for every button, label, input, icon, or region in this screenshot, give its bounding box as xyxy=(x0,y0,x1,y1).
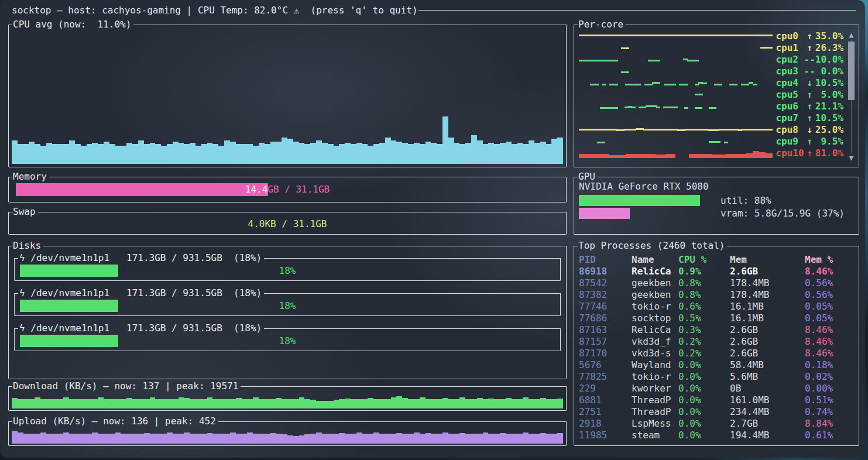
memory-title: Memory xyxy=(12,171,49,182)
process-row: 6881ThreadP0.0%161.0MB0.51% xyxy=(574,394,859,406)
col-header-mem: Mem xyxy=(730,254,805,266)
gpu-vram-label: vram: 5.8G/15.9G (37%) xyxy=(721,208,845,219)
col-header-cpu: CPU % xyxy=(678,254,730,266)
col-header-memp: Mem % xyxy=(805,254,859,266)
swap-title: Swap xyxy=(12,207,38,217)
per-core-scrollbar[interactable]: ▲ ▼ xyxy=(848,32,855,162)
core-label: cpu10↑81.0% xyxy=(776,147,843,159)
core-sparkline xyxy=(579,56,772,64)
swap-gauge: 4.0KB / 31.1GB xyxy=(16,218,559,230)
process-row: 86918RelicCa0.9%2.6GB8.46% xyxy=(574,266,859,277)
gpu-util-fill xyxy=(579,195,700,206)
core-sparkline xyxy=(579,79,772,88)
per-core-row: cpu2--10.0% xyxy=(574,54,859,66)
core-label: cpu5↑5.0% xyxy=(776,89,843,101)
process-row: 87382geekben0.8%178.4MB0.56% xyxy=(574,289,859,301)
cpu-avg-panel: CPU avg (now: 11.0%) xyxy=(8,20,567,167)
swap-panel: Swap 4.0KB / 31.1GB xyxy=(8,207,567,235)
cpu-avg-title: CPU avg (now: 11.0%) xyxy=(12,19,133,30)
process-row: 2918LspMess0.0%2.7GB8.84% xyxy=(574,418,859,430)
memory-panel: Memory 14.4GB / 31.1GB 14.4GB / 31.1GB xyxy=(8,172,567,202)
per-core-row: cpu5↑5.0% xyxy=(574,89,859,101)
core-label: cpu3--0.0% xyxy=(776,66,843,77)
disk-title: ϟ /dev/nvme1n1p1 171.3GB / 931.5GB (18%) xyxy=(18,253,264,263)
per-core-row: cpu10↑81.0% xyxy=(574,147,859,159)
processes-panel: Top Processes (2460 total) PID Name CPU … xyxy=(574,241,859,446)
core-sparkline xyxy=(579,102,772,111)
core-label: cpu7↑10.5% xyxy=(776,112,843,124)
gpu-util-gauge xyxy=(579,195,716,206)
core-label: cpu8↓25.0% xyxy=(776,124,843,136)
core-label: cpu6↑21.1% xyxy=(776,101,843,112)
gpu-vram-fill xyxy=(579,208,630,219)
core-label: cpu0↑35.0% xyxy=(776,30,843,42)
process-row: 2751ThreadP0.0%234.4MB0.74% xyxy=(574,406,859,418)
cpu-avg-sparkline xyxy=(12,33,563,164)
process-row: 77746tokio-r0.6%16.1MB0.05% xyxy=(574,301,859,313)
upload-title: Upload (KB/s) — now: 136 | peak: 452 xyxy=(12,416,218,427)
per-core-row: cpu0↑35.0% xyxy=(574,30,859,42)
upload-panel: Upload (KB/s) — now: 136 | peak: 452 xyxy=(8,417,567,446)
disk-list: ϟ /dev/nvme1n1p1 171.3GB / 931.5GB (18%)… xyxy=(8,241,567,379)
core-label: cpu1↑26.3% xyxy=(776,42,843,54)
process-row: 87542geekben0.8%178.4MB0.56% xyxy=(574,277,859,289)
disk-subpanel: ϟ /dev/nvme1n1p1 171.3GB / 931.5GB (18%)… xyxy=(14,324,561,351)
process-table-body: 86918RelicCa0.9%2.6GB8.46%87542geekben0.… xyxy=(574,266,859,441)
core-sparkline xyxy=(579,91,772,99)
core-sparkline xyxy=(579,138,772,146)
scrollbar-thumb[interactable] xyxy=(848,42,855,100)
core-sparkline xyxy=(579,32,772,41)
col-header-pid: PID xyxy=(579,254,632,266)
swap-gauge-label: 4.0KB / 31.1GB xyxy=(16,218,559,230)
disk-title: ϟ /dev/nvme1n1p1 171.3GB / 931.5GB (18%) xyxy=(18,288,264,298)
process-row: 229kworker0.0%0B0.00% xyxy=(574,383,859,394)
per-core-row: cpu3--0.0% xyxy=(574,66,859,77)
process-row: 87170vkd3d-s0.2%2.6GB8.46% xyxy=(574,348,859,359)
gpu-panel: GPU NVIDIA GeForce RTX 5080 util: 88% vr… xyxy=(574,172,859,235)
titlebar-rule xyxy=(418,10,856,11)
process-row: 87157vkd3d_f0.2%2.6GB8.46% xyxy=(574,336,859,348)
disk-gauge-label: 18% xyxy=(20,265,555,277)
core-label: cpu2--10.0% xyxy=(776,54,843,66)
scroll-down-icon[interactable]: ▼ xyxy=(848,155,855,162)
process-row: 5676Wayland0.0%58.4MB0.18% xyxy=(574,359,859,371)
disks-panel: Disks ϟ /dev/nvme1n1p1 171.3GB / 931.5GB… xyxy=(8,241,567,379)
per-core-row: cpu4↓10.5% xyxy=(574,77,859,89)
process-table-header: PID Name CPU % Mem Mem % xyxy=(574,254,859,266)
per-core-list: cpu0↑35.0%cpu1↑26.3%cpu2--10.0%cpu3--0.0… xyxy=(574,30,859,159)
disk-title: ϟ /dev/nvme1n1p1 171.3GB / 931.5GB (18%) xyxy=(18,323,264,334)
per-core-row: cpu9↑9.5% xyxy=(574,136,859,147)
disk-subpanel: ϟ /dev/nvme1n1p1 171.3GB / 931.5GB (18%)… xyxy=(14,289,561,316)
core-sparkline xyxy=(579,67,772,76)
memory-gauge: 14.4GB / 31.1GB 14.4GB / 31.1GB xyxy=(16,183,559,196)
disk-subpanel: ϟ /dev/nvme1n1p1 171.3GB / 931.5GB (18%)… xyxy=(14,253,561,281)
process-row: 77686socktop0.5%16.1MB0.05% xyxy=(574,313,859,324)
process-row: 77825tokio-r0.0%5.6MB0.02% xyxy=(574,371,859,383)
per-core-row: cpu7↑10.5% xyxy=(574,112,859,124)
gpu-util-label: util: 88% xyxy=(721,195,771,206)
app-titlebar: socktop — host: cachyos-gaming | CPU Tem… xyxy=(12,4,856,16)
download-sparkline xyxy=(12,391,563,408)
disk-gauge: 18% xyxy=(20,335,555,347)
disk-gauge: 18% xyxy=(20,300,555,312)
core-sparkline xyxy=(579,114,772,123)
core-label: cpu9↑9.5% xyxy=(776,136,843,147)
download-title: Download (KB/s) — now: 137 | peak: 19571 xyxy=(12,381,241,392)
disk-gauge-label: 18% xyxy=(20,300,555,312)
per-core-row: cpu6↑21.1% xyxy=(574,101,859,112)
download-panel: Download (KB/s) — now: 137 | peak: 19571 xyxy=(8,382,567,411)
terminal-window: socktop — host: cachyos-gaming | CPU Tem… xyxy=(0,0,865,458)
core-sparkline xyxy=(579,149,772,158)
core-sparkline xyxy=(579,126,772,135)
per-core-row: cpu1↑26.3% xyxy=(574,42,859,54)
per-core-title: Per-core xyxy=(578,19,626,30)
process-row: 11985steam0.0%194.4MB0.61% xyxy=(574,430,859,441)
disk-gauge-label: 18% xyxy=(20,335,555,347)
scroll-up-icon[interactable]: ▲ xyxy=(848,32,855,39)
core-sparkline xyxy=(579,44,772,53)
app-title: socktop — host: cachyos-gaming | CPU Tem… xyxy=(12,5,418,16)
gpu-name: NVIDIA GeForce RTX 5080 xyxy=(579,181,709,192)
gpu-body: NVIDIA GeForce RTX 5080 util: 88% vram: … xyxy=(574,177,859,234)
per-core-row: cpu8↓25.0% xyxy=(574,124,859,136)
disk-gauge: 18% xyxy=(20,265,555,277)
